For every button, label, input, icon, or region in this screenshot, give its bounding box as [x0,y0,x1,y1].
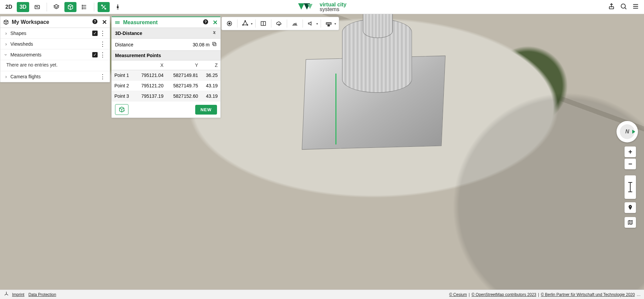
tree-item-flights[interactable]: › Camera flights ⋮ [0,71,110,82]
berlin-link[interactable]: © Berlin Partner für Wirtschaft und Tech… [541,292,635,297]
measurement-panel: Measurement ? ✕ 3D-Distance Distance 30.… [111,16,221,118]
workspace-panel: My Workspace ? ✕ › Shapes ✓ ⋮ › Viewshed… [0,16,110,82]
svg-text:3D: 3D [328,25,330,27]
distance-value: 30.08 m [193,42,210,47]
tree-item-viewsheds[interactable]: › Viewsheds ⋮ [0,39,110,49]
help-icon[interactable]: ? [203,19,209,26]
pedestrian-button[interactable] [112,2,124,12]
svg-rect-0 [35,5,39,9]
close-icon[interactable]: ✕ [213,19,218,26]
overview-map-button[interactable] [625,217,636,228]
zoom-out-button[interactable]: − [625,159,636,169]
tools-button[interactable] [98,2,110,12]
view-3d-button[interactable]: 3D [17,2,29,12]
more-icon[interactable]: ⋮ [98,40,107,48]
svg-point-19 [229,23,230,25]
measure-mode: 3D-Distance [115,31,142,36]
cloud-tool-button[interactable] [273,18,285,29]
more-icon[interactable]: ⋮ [98,73,107,80]
footer: Imprint Data Protection © Cesium | © Ope… [0,290,644,299]
brand-logo: virtual city systems [298,2,346,12]
svg-marker-7 [298,3,305,9]
svg-point-2 [82,7,83,7]
compass-letter: N [625,129,629,135]
chevron-down-icon[interactable]: ▾ [251,22,254,26]
workspace-title: My Workspace [12,19,49,25]
chevron-right-icon: › [4,31,8,36]
share-button[interactable] [608,3,615,11]
brand-mark-icon [298,2,316,12]
svg-point-6 [117,4,118,5]
table-row: Point 2 795121.20 5827149.75 43.19 [112,81,220,91]
tree-label: Shapes [10,31,26,36]
workspace-button[interactable] [64,2,76,12]
tree-item-shapes[interactable]: › Shapes ✓ ⋮ [0,28,110,39]
svg-point-21 [247,25,248,26]
svg-point-1 [82,5,83,6]
zoom-in-button[interactable]: + [625,146,636,157]
chevron-right-icon: › [4,41,8,47]
view-2d-button[interactable]: 2D [3,2,15,12]
announce-tool-button[interactable] [304,18,317,29]
col-y: Y [166,60,201,70]
svg-point-26 [630,206,631,207]
col-z: Z [201,60,220,70]
add-to-workspace-button[interactable] [115,104,128,115]
checkbox-checked-icon[interactable]: ✓ [92,31,98,36]
osm-link[interactable]: © OpenStreetMap contributors 2023 [472,292,536,297]
col-x: X [135,60,166,70]
svg-point-11 [621,4,626,8]
table-row: Point 1 795121.04 5827149.81 36.25 [112,70,220,81]
chevron-right-icon: › [4,74,8,79]
svg-text:?: ? [205,19,207,24]
svg-point-20 [245,20,246,22]
layers-button[interactable] [50,2,62,12]
point-tool-button[interactable] [239,18,252,29]
measure-toolbar: ▾ ▾ 3D ▾ [221,17,339,30]
close-icon[interactable]: ✕ [102,18,107,26]
toolbar-separator [94,3,94,11]
brand-line2: systems [320,7,346,12]
svg-point-22 [243,25,244,26]
more-icon[interactable]: ⋮ [98,51,107,58]
svg-text:?: ? [94,19,96,23]
settings-list-button[interactable] [78,2,91,12]
chevron-down-icon[interactable]: ▾ [334,22,337,26]
split-tool-button[interactable] [257,18,270,29]
new-button[interactable]: NEW [195,105,217,115]
chevron-down-icon[interactable]: ▾ [316,22,319,26]
points-title: Measurement Points [115,53,161,58]
search-button[interactable] [620,3,627,11]
distance-label: Distance [115,42,133,47]
axis-icon[interactable] [3,291,12,298]
ruler-tool-button[interactable]: 3D [322,18,335,29]
measurement-title: Measurement [123,19,158,26]
cesium-link[interactable]: © Cesium [449,292,467,297]
compass[interactable]: N [616,121,638,142]
collapse-icon[interactable] [212,30,217,36]
oblique-view-button[interactable] [31,2,43,12]
more-icon[interactable]: ⋮ [98,30,107,37]
workspace-icon [3,19,9,25]
help-icon[interactable]: ? [92,18,98,26]
checkbox-checked-icon[interactable]: ✓ [92,52,98,57]
top-toolbar: 2D 3D virtual city systems [0,0,644,14]
tree-label: Camera flights [10,74,41,79]
measurements-empty: There are no entries yet. [0,60,110,71]
tree-label: Viewsheds [10,41,33,47]
select-tool-button[interactable] [223,18,236,29]
svg-rect-17 [213,42,215,45]
table-row: Point 3 795137.19 5827152.60 43.19 [112,91,220,101]
privacy-link[interactable]: Data Protection [29,292,56,297]
measurement-line [335,74,336,144]
tilt-button[interactable] [625,175,636,199]
tree-item-measurements[interactable]: › Measurements ✓ ⋮ [0,49,110,60]
svg-rect-16 [213,43,216,46]
imprint-link[interactable]: Imprint [12,292,24,297]
tree-label: Measurements [10,52,42,57]
menu-button[interactable] [632,3,639,11]
terrain-tool-button[interactable] [288,18,301,29]
copy-icon[interactable] [212,41,217,48]
toolbar-separator [47,3,47,11]
locate-button[interactable] [625,202,636,213]
